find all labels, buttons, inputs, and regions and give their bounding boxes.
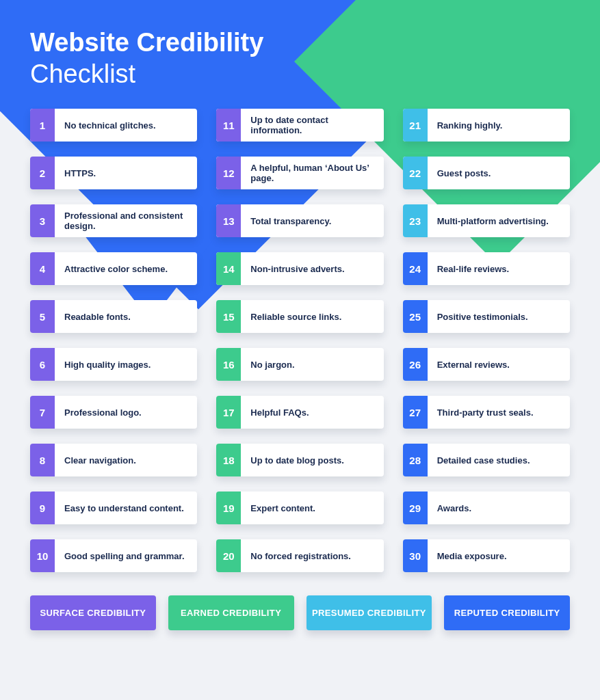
item-label: Helpful FAQs. (241, 396, 383, 429)
checklist-item: 14Non-intrusive adverts. (216, 252, 383, 285)
title-bold: Website Credibility (30, 28, 263, 57)
item-label: Media exposure. (428, 539, 570, 572)
item-number: 7 (30, 396, 55, 429)
item-label: No jargon. (241, 348, 383, 381)
item-number: 12 (216, 157, 241, 189)
checklist-item: 27Third-party trust seals. (403, 396, 570, 429)
item-label: Attractive color scheme. (55, 252, 197, 285)
checklist-item: 26External reviews. (403, 348, 570, 381)
checklist-item: 1No technical glitches. (30, 109, 197, 142)
title-light: Checklist (30, 59, 135, 88)
item-label: Expert content. (241, 492, 383, 524)
legend-item: EARNED CREDIBILITY (168, 595, 294, 630)
item-label: External reviews. (428, 348, 570, 381)
item-number: 29 (403, 492, 428, 524)
item-number: 9 (30, 492, 55, 524)
checklist-item: 20No forced registrations. (216, 539, 383, 572)
item-number: 10 (30, 539, 55, 572)
checklist-item: 3Professional and consistent design. (30, 204, 197, 237)
checklist-column: 11Up to date contact information.12A hel… (216, 109, 383, 572)
item-number: 8 (30, 444, 55, 476)
checklist-item: 5Readable fonts. (30, 300, 197, 333)
item-number: 14 (216, 252, 241, 285)
item-number: 21 (403, 109, 428, 142)
item-label: Professional logo. (55, 396, 197, 429)
item-label: Up to date contact information. (241, 109, 383, 142)
item-number: 20 (216, 539, 241, 572)
checklist-item: 10Good spelling and grammar. (30, 539, 197, 572)
item-label: Real-life reviews. (428, 252, 570, 285)
item-label: Clear navigation. (55, 444, 197, 476)
checklist-item: 16No jargon. (216, 348, 383, 381)
checklist-item: 7Professional logo. (30, 396, 197, 429)
checklist-item: 12A helpful, human ‘About Us’ page. (216, 157, 383, 189)
item-label: Positive testimonials. (428, 300, 570, 333)
item-number: 5 (30, 300, 55, 333)
item-number: 26 (403, 348, 428, 381)
item-label: Guest posts. (428, 157, 570, 189)
checklist-item: 25Positive testimonials. (403, 300, 570, 333)
checklist-item: 19Expert content. (216, 492, 383, 524)
checklist-item: 22Guest posts. (403, 157, 570, 189)
item-label: Readable fonts. (55, 300, 197, 333)
item-number: 18 (216, 444, 241, 476)
page: Website Credibility Checklist 1No techni… (0, 0, 600, 651)
item-label: No forced registrations. (241, 539, 383, 572)
checklist-item: 11Up to date contact information. (216, 109, 383, 142)
checklist-item: 8Clear navigation. (30, 444, 197, 476)
checklist-item: 30Media exposure. (403, 539, 570, 572)
legend-item: SURFACE CREDIBILITY (30, 595, 156, 630)
item-number: 13 (216, 204, 241, 237)
checklist-item: 4Attractive color scheme. (30, 252, 197, 285)
item-number: 19 (216, 492, 241, 524)
item-label: Awards. (428, 492, 570, 524)
item-label: Total transparency. (241, 204, 383, 237)
item-number: 6 (30, 348, 55, 381)
item-number: 24 (403, 252, 428, 285)
checklist-item: 23Multi-platform advertising. (403, 204, 570, 237)
item-label: A helpful, human ‘About Us’ page. (241, 157, 383, 189)
item-number: 17 (216, 396, 241, 429)
checklist-item: 29Awards. (403, 492, 570, 524)
item-label: Third-party trust seals. (428, 396, 570, 429)
item-label: Detailed case studies. (428, 444, 570, 476)
checklist-item: 13Total transparency. (216, 204, 383, 237)
item-number: 27 (403, 396, 428, 429)
item-label: Good spelling and grammar. (55, 539, 197, 572)
item-label: Ranking highly. (428, 109, 570, 142)
item-label: Up to date blog posts. (241, 444, 383, 476)
item-label: Multi-platform advertising. (428, 204, 570, 237)
checklist-item: 24Real-life reviews. (403, 252, 570, 285)
item-number: 22 (403, 157, 428, 189)
legend-item: REPUTED CREDIBILITY (444, 595, 570, 630)
item-number: 4 (30, 252, 55, 285)
legend: SURFACE CREDIBILITYEARNED CREDIBILITYPRE… (30, 595, 570, 630)
legend-item: PRESUMED CREDIBILITY (306, 595, 432, 630)
checklist-item: 17Helpful FAQs. (216, 396, 383, 429)
checklist-item: 2HTTPS. (30, 157, 197, 189)
checklist-item: 28Detailed case studies. (403, 444, 570, 476)
item-number: 3 (30, 204, 55, 237)
item-number: 1 (30, 109, 55, 142)
item-label: HTTPS. (55, 157, 197, 189)
checklist-item: 15Reliable source links. (216, 300, 383, 333)
item-number: 25 (403, 300, 428, 333)
item-number: 2 (30, 157, 55, 189)
item-number: 15 (216, 300, 241, 333)
checklist-grid: 1No technical glitches.2HTTPS.3Professio… (30, 109, 570, 572)
item-label: Easy to understand content. (55, 492, 197, 524)
checklist-item: 21Ranking highly. (403, 109, 570, 142)
item-label: High quality images. (55, 348, 197, 381)
item-label: Reliable source links. (241, 300, 383, 333)
page-title: Website Credibility Checklist (30, 27, 570, 90)
item-number: 23 (403, 204, 428, 237)
item-label: No technical glitches. (55, 109, 197, 142)
checklist-column: 1No technical glitches.2HTTPS.3Professio… (30, 109, 197, 572)
item-number: 16 (216, 348, 241, 381)
item-label: Professional and consistent design. (55, 204, 197, 237)
checklist-item: 6High quality images. (30, 348, 197, 381)
item-number: 28 (403, 444, 428, 476)
item-number: 11 (216, 109, 241, 142)
item-number: 30 (403, 539, 428, 572)
item-label: Non-intrusive adverts. (241, 252, 383, 285)
